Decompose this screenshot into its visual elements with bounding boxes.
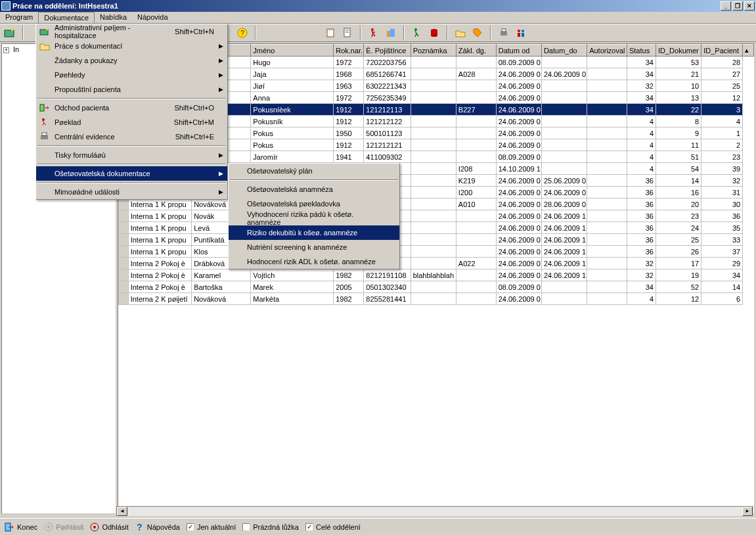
tool-new-icon[interactable] bbox=[3, 26, 17, 40]
col-od[interactable]: Datum od bbox=[496, 45, 541, 57]
exit-door-icon bbox=[4, 522, 14, 532]
tool-print-icon[interactable] bbox=[497, 26, 511, 40]
svg-point-30 bbox=[93, 526, 96, 528]
col-rok[interactable]: Rok.nar. bbox=[334, 45, 364, 57]
submenu-nutricni[interactable]: Nutrièní screening k anamnéze bbox=[229, 240, 399, 254]
menu-preklad[interactable]: Pøeklad Shift+Ctrl+M bbox=[36, 115, 227, 129]
svg-rect-25 bbox=[42, 133, 47, 135]
app-icon bbox=[1, 1, 11, 11]
menu-osetrovatelska[interactable]: Ošetøovatelská dokumentace▶ bbox=[36, 166, 227, 181]
svg-point-18 bbox=[522, 30, 524, 32]
menu-prace-dokumentaci[interactable]: Práce s dokumentací▶ bbox=[36, 39, 227, 53]
col-aut[interactable]: Autorizoval bbox=[587, 45, 627, 57]
svg-text:?: ? bbox=[137, 523, 143, 532]
tool-walk-red-icon[interactable] bbox=[367, 26, 381, 40]
tool-walk-green-icon[interactable] bbox=[410, 26, 424, 40]
dropdown-dokumentace: Administrativní pøíjem - hospitalizace S… bbox=[35, 24, 228, 200]
menu-program[interactable]: Program bbox=[0, 12, 38, 23]
menubar: Program Dokumentace Nabídka Nápovida bbox=[0, 12, 756, 24]
svg-point-17 bbox=[518, 30, 520, 32]
svg-point-11 bbox=[414, 28, 417, 31]
new-patient-icon bbox=[39, 26, 51, 37]
table-row[interactable]: Interna 2 Pokoj èDrábkováA02224.06.2009 … bbox=[119, 258, 754, 269]
dropdown-osetrovatelska-sub: Ošetøovatelský plán Ošetøovatelská anamn… bbox=[228, 163, 400, 269]
submenu-anamneza[interactable]: Ošetøovatelská anamnéza bbox=[229, 182, 399, 197]
tool-doc-icon[interactable] bbox=[340, 26, 355, 40]
submenu-vyhodnoceni[interactable]: Vyhodnocení rizika pádù k ošetø. anamnéz… bbox=[229, 211, 399, 225]
table-row[interactable]: Interna 1 K propuPuntíkatá24.06.2009 024… bbox=[119, 234, 754, 246]
menu-centralni[interactable]: Centrální evidence Shift+Ctrl+E bbox=[36, 129, 227, 144]
tool-db-icon[interactable] bbox=[427, 26, 441, 40]
menu-prehledy[interactable]: Pøehledy▶ bbox=[36, 68, 227, 82]
svg-rect-24 bbox=[41, 135, 48, 139]
col-poz[interactable]: Poznámka bbox=[411, 45, 456, 57]
table-row[interactable]: Interna 2 Pokoj èBartoškaMarek2005050130… bbox=[119, 281, 754, 293]
menu-zadanky[interactable]: Žádanky a poukazy▶ bbox=[36, 53, 227, 68]
table-row[interactable]: Interna 1 K propuKlos24.06.2009 024.06.2… bbox=[119, 246, 754, 258]
tool-folder-open-icon[interactable] bbox=[453, 26, 468, 40]
target-red-icon bbox=[90, 523, 99, 532]
check-prazdna[interactable]: Prázdná lůžka bbox=[242, 523, 299, 531]
checkbox-unchecked-icon[interactable] bbox=[242, 523, 250, 531]
col-jmeno[interactable]: Jméno bbox=[251, 45, 334, 57]
statusbar: Konec Pøihlásit Odhlásit ? Nápověda ✓ Je… bbox=[0, 518, 756, 535]
submenu-hodnoceni[interactable]: Hodnocení rizik ADL k ošetø. anamnéze bbox=[229, 254, 399, 269]
table-row[interactable]: Interna 1 K propuNovákováA01024.06.2009 … bbox=[119, 198, 754, 210]
checkbox-checked-icon[interactable]: ✓ bbox=[187, 523, 194, 531]
scroll-right-button[interactable]: ► bbox=[742, 507, 753, 516]
svg-rect-4 bbox=[328, 28, 332, 30]
svg-rect-15 bbox=[500, 32, 507, 35]
table-row[interactable]: Interna 2 K pøijetíNovákováMarkéta198282… bbox=[119, 293, 754, 305]
checkbox-checked-icon[interactable]: ✓ bbox=[305, 523, 313, 531]
status-prihlasit: Pøihlásit bbox=[44, 523, 83, 532]
svg-point-8 bbox=[371, 28, 374, 31]
col-scroll[interactable]: ▴ bbox=[743, 45, 754, 57]
tool-tag-icon[interactable] bbox=[470, 26, 485, 40]
tool-people-icon[interactable] bbox=[514, 26, 528, 40]
svg-text:?: ? bbox=[240, 29, 244, 37]
submenu-prekladovka[interactable]: Ošetøovatelská pøekladovka bbox=[229, 197, 399, 211]
status-konec[interactable]: Konec bbox=[4, 522, 37, 532]
expand-icon[interactable]: + bbox=[3, 47, 9, 53]
folder-icon bbox=[39, 40, 51, 52]
walk-icon bbox=[39, 116, 51, 128]
menu-mimoradne[interactable]: Mimoøádné události▶ bbox=[36, 185, 227, 199]
status-odhlasit[interactable]: Odhlásit bbox=[90, 523, 128, 532]
col-idd[interactable]: ID_Dokumer bbox=[656, 45, 701, 57]
col-dg[interactable]: Zákl. dg. bbox=[456, 45, 496, 57]
scroll-left-button[interactable]: ◄ bbox=[117, 507, 127, 516]
maximize-button[interactable]: ❐ bbox=[732, 1, 743, 11]
menu-napoveda[interactable]: Nápovida bbox=[132, 12, 173, 23]
submenu-plan[interactable]: Ošetøovatelský plán bbox=[229, 164, 399, 178]
svg-point-23 bbox=[42, 118, 45, 121]
menu-propousteni[interactable]: Propouštìní pacienta▶ bbox=[36, 82, 227, 97]
horizontal-scrollbar[interactable]: ◄ ► bbox=[116, 506, 753, 517]
check-jen-aktualni[interactable]: ✓ Jen aktuální bbox=[187, 523, 236, 531]
status-napoveda[interactable]: ? Nápověda bbox=[135, 523, 180, 532]
close-button[interactable]: ✕ bbox=[744, 1, 755, 11]
svg-rect-10 bbox=[390, 29, 395, 37]
tool-clipboard-icon[interactable] bbox=[323, 26, 338, 40]
col-idp[interactable]: ID_Pacient bbox=[701, 45, 743, 57]
table-row[interactable]: Interna 1 K propuNovák24.06.2009 024.06.… bbox=[119, 210, 754, 222]
col-do[interactable]: Datum_do bbox=[541, 45, 587, 57]
table-row[interactable]: Interna 2 Pokoj èKaramelVojtìch198282121… bbox=[119, 269, 754, 281]
menu-dokumentace[interactable]: Dokumentace bbox=[38, 12, 95, 23]
menu-odchod[interactable]: Odchod pacienta Shift+Ctrl+O bbox=[36, 101, 227, 115]
window-title: Práce na oddělení: IntHsestra1 bbox=[12, 2, 118, 10]
menu-admin-prijem[interactable]: Administrativní pøíjem - hospitalizace S… bbox=[36, 24, 227, 39]
menu-tisky[interactable]: Tisky formuláøù▶ bbox=[36, 148, 227, 162]
svg-rect-16 bbox=[502, 29, 506, 32]
question-icon: ? bbox=[135, 523, 145, 532]
tool-help-icon[interactable]: ? bbox=[235, 26, 250, 40]
tool-building-icon[interactable] bbox=[384, 26, 398, 40]
check-cele[interactable]: ✓ Celé oddělení bbox=[305, 523, 361, 531]
submenu-riziko[interactable]: Riziko dekubitù k ošeø. anamnéze bbox=[229, 225, 399, 240]
col-st[interactable]: Status bbox=[627, 45, 656, 57]
tree-label: In bbox=[13, 45, 19, 53]
titlebar: Práce na oddělení: IntHsestra1 _ ❐ ✕ bbox=[0, 0, 756, 12]
table-row[interactable]: Interna 1 K propuLevá24.06.2009 024.06.2… bbox=[119, 222, 754, 234]
col-cp[interactable]: È. Pojištìnce bbox=[364, 45, 411, 57]
menu-nabidka[interactable]: Nabídka bbox=[95, 12, 132, 23]
minimize-button[interactable]: _ bbox=[721, 1, 731, 11]
